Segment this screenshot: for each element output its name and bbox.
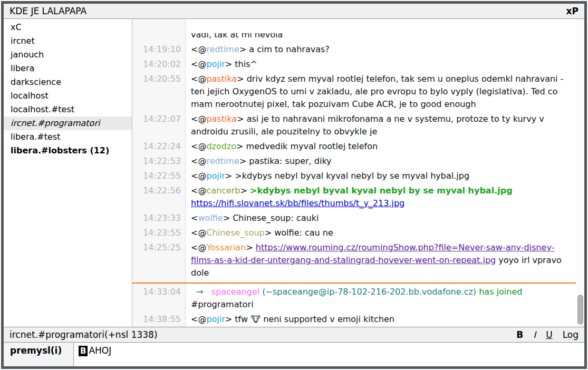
text-segment: <@ xyxy=(191,228,206,238)
nick: dzodzo xyxy=(206,141,236,151)
channel-info: ircnet.#programatori(+nsl 1338) xyxy=(9,329,158,340)
timestamp: 14:22:56 xyxy=(132,184,186,210)
message-body: <@pojir> this^ xyxy=(186,58,576,71)
text-segment: > a cim to nahravas? xyxy=(239,44,330,54)
nick: wolfie xyxy=(198,213,223,223)
nick: Yossarian xyxy=(206,242,246,252)
sidebar-item-darkscience[interactable]: darkscience xyxy=(4,75,132,89)
message-body: <@Yossarian> https://www.rouming.cz/roum… xyxy=(186,241,576,279)
text-segment: → xyxy=(191,287,211,297)
message-body: <@dzodzo> medvedik myval rootlej telefon xyxy=(186,140,576,153)
input-row: premysl(i) BAHOJ xyxy=(4,342,584,366)
sidebar-item-libera-lobsters-12-[interactable]: libera.#lobsters (12) xyxy=(4,144,132,158)
timestamp: 14:23:55 xyxy=(132,227,186,239)
irc-client-window: KDE JE LALAPAPA xP xCircnetjanouchlibera… xyxy=(1,1,587,369)
message-body: <@pojir> tfw 🐮 neni supported v emoji ki… xyxy=(186,313,576,326)
message-body: <@pastika> driv kdyz sem myval rootlej t… xyxy=(186,73,576,111)
channel-list: xCircnetjanouchliberadarksciencelocalhos… xyxy=(4,19,132,327)
message-body: <@cancerb> >kdybys nebyl byval kyval neb… xyxy=(186,184,576,210)
text-segment: neni supported v emoji kitchen xyxy=(261,314,394,324)
message-body: <@redtime> a cim to nahravas? xyxy=(186,43,576,56)
timestamp: 14:33:04 xyxy=(132,286,186,311)
text-segment: > >kdybys nebyl byval kyval nebyl by se … xyxy=(225,171,469,181)
format-buttons: BIULog xyxy=(516,329,579,340)
app-name: xP xyxy=(566,6,579,16)
sidebar-item-localhost-test[interactable]: localhost.#test xyxy=(4,103,132,116)
message-list: vadi, tak at mi nevola14:19:10<@redtime>… xyxy=(132,31,576,326)
text-segment: > wolfie: cau ne xyxy=(265,228,333,238)
cow-emoji: 🐮 xyxy=(250,314,261,324)
message-row: 14:20:55<@pastika> driv kdyz sem myval r… xyxy=(132,73,576,111)
sidebar-item-janouch[interactable]: janouch xyxy=(4,48,132,62)
message-row: 14:25:25<@Yossarian> https://www.rouming… xyxy=(132,241,576,279)
timestamp: 14:23:33 xyxy=(132,212,186,225)
timestamp: 14:20:55 xyxy=(132,73,186,111)
message-row: 14:23:55<@Chinese_soup> wolfie: cau ne xyxy=(132,227,576,239)
text-segment: <@ xyxy=(191,314,206,324)
text-segment: > xyxy=(246,242,256,252)
text-segment: > tfw xyxy=(225,314,250,324)
text-segment: > xyxy=(240,186,250,196)
main-area: xCircnetjanouchliberadarksciencelocalhos… xyxy=(4,19,584,327)
message-row: 14:22:55<@pojir> >kdybys nebyl byval kyv… xyxy=(132,170,576,182)
nick: pojir xyxy=(206,314,225,324)
message-link[interactable]: https://hifi.slovanet.sk/bb/files/thumbs… xyxy=(191,198,404,208)
chat-area: vadi, tak at mi nevola14:19:10<@redtime>… xyxy=(132,19,584,327)
nick: spaceangel xyxy=(211,287,259,297)
text-segment: > driv kdyz sem myval rootlej telefon, t… xyxy=(191,74,566,109)
timestamp: 14:22:24 xyxy=(132,140,186,153)
message-row: 14:22:24<@dzodzo> medvedik myval rootlej… xyxy=(132,140,576,153)
window-title: KDE JE LALAPAPA xyxy=(9,6,86,16)
nick: redtime xyxy=(206,156,239,166)
timestamp: 14:20:02 xyxy=(132,58,186,71)
underline-button[interactable]: U xyxy=(546,329,552,340)
nick: pastika xyxy=(206,74,237,84)
message-row: vadi, tak at mi nevola xyxy=(132,33,576,41)
italic-button[interactable]: I xyxy=(533,329,536,340)
text-segment: <@ xyxy=(191,59,206,69)
message-body: <@redtime> pastika: super, diky xyxy=(186,155,576,168)
status-bar: ircnet.#programatori(+nsl 1338) BIULog xyxy=(4,327,584,342)
nick: Chinese_soup xyxy=(206,228,264,238)
sidebar-item-ircnet[interactable]: ircnet xyxy=(4,34,132,48)
title-bar: KDE JE LALAPAPA xP xyxy=(4,4,584,19)
timestamp: 14:22:07 xyxy=(132,113,186,138)
text-segment: > pastika: super, diky xyxy=(239,156,332,166)
message-row: 14:38:55<@pojir> tfw 🐮 neni supported v … xyxy=(132,313,576,326)
text-segment: > Chinese_soup: cauki xyxy=(223,213,319,223)
message-row: 14:19:10<@redtime> a cim to nahravas? xyxy=(132,43,576,56)
text-segment: <@ xyxy=(191,186,206,196)
timestamp: 14:22:53 xyxy=(132,155,186,168)
scrollbar-thumb[interactable] xyxy=(577,295,583,325)
message-body: <@Chinese_soup> wolfie: cau ne xyxy=(186,227,576,239)
text-segment: > medvedik myval rootlej telefon xyxy=(236,141,378,151)
sidebar-item-libera[interactable]: libera xyxy=(4,62,132,75)
message-row: 14:23:33<wolfie> Chinese_soup: cauki xyxy=(132,212,576,225)
timestamp: 14:38:55 xyxy=(132,313,186,326)
nick-label: premysl(i) xyxy=(4,343,74,366)
message-input[interactable]: BAHOJ xyxy=(74,343,584,366)
sidebar-item-xc[interactable]: xC xyxy=(4,21,132,34)
message-row: 14:20:02<@pojir> this^ xyxy=(132,58,576,71)
nick: pojir xyxy=(206,59,225,69)
timestamp: 14:22:55 xyxy=(132,170,186,182)
timestamp: 14:19:10 xyxy=(132,43,186,56)
text-segment: (~spaceange@ip-78-102-216-202.bb.vodafon… xyxy=(262,287,476,297)
message-row: 14:22:56<@cancerb> >kdybys nebyl byval k… xyxy=(132,184,576,210)
text-segment: <@ xyxy=(191,242,206,252)
unread-marker-line xyxy=(132,283,576,284)
text-segment: <@ xyxy=(191,114,206,124)
message-body: → spaceangel (~spaceange@ip-78-102-216-2… xyxy=(186,286,576,311)
bold-button[interactable]: B xyxy=(516,329,523,340)
text-segment xyxy=(513,186,515,196)
message-row: 14:22:53<@redtime> pastika: super, diky xyxy=(132,155,576,168)
sidebar-item-localhost[interactable]: localhost xyxy=(4,89,132,103)
input-value: AHOJ xyxy=(89,345,111,356)
sidebar-item-libera-test[interactable]: libera.#test xyxy=(4,130,132,144)
text-segment: > asi je to nahravani mikrofonama a ne v… xyxy=(191,114,547,137)
text-segment: <@ xyxy=(191,141,206,151)
sidebar-item-ircnet-programatori[interactable]: ircnet.#programatori xyxy=(4,116,132,130)
bold-control-char: B xyxy=(79,346,88,356)
scrollbar-track[interactable] xyxy=(576,19,584,327)
log-button[interactable]: Log xyxy=(563,329,579,340)
